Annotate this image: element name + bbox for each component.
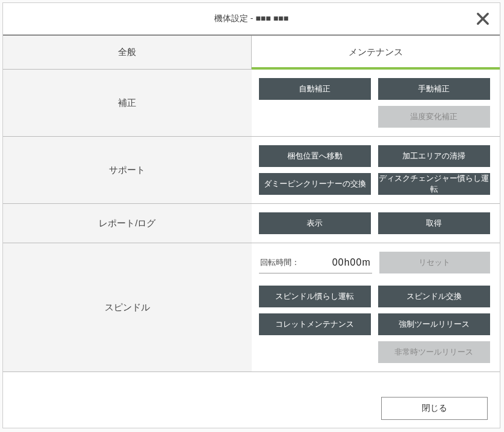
move-to-pack-button[interactable]: 梱包位置へ移動 (259, 145, 371, 167)
collet-maintenance-button[interactable]: コレットメンテナンス (259, 313, 371, 335)
section-spindle-label: スピンドル (3, 243, 252, 371)
manual-correction-button[interactable]: 手動補正 (378, 78, 490, 100)
tab-bar: 全般 メンテナンス (3, 36, 500, 70)
settings-dialog: 機体設定 - ■■■ ■■■ 全般 メンテナンス 補正 自動補正 手動補正 温度… (2, 2, 500, 428)
spindle-time-display: 回転時間： 00h00m (259, 252, 372, 273)
tab-general-label: 全般 (118, 47, 136, 58)
section-spindle-body: 回転時間： 00h00m リセット スピンドル慣らし運転 スピンドル交換 コレッ… (252, 243, 500, 371)
disc-changer-runin-button[interactable]: ディスクチェンジャー慣らし運転 (378, 173, 490, 195)
auto-correction-button[interactable]: 自動補正 (259, 78, 371, 100)
report-get-button[interactable]: 取得 (378, 212, 490, 234)
close-button[interactable]: 閉じる (381, 397, 488, 420)
spindle-runin-button[interactable]: スピンドル慣らし運転 (259, 286, 371, 307)
dialog-footer: 閉じる (3, 389, 500, 428)
section-support-label: サポート (3, 137, 252, 203)
section-spindle: スピンドル 回転時間： 00h00m リセット スピンドル慣らし運転 スピンドル… (3, 243, 500, 372)
tab-maintenance[interactable]: メンテナンス (252, 36, 500, 69)
spindle-time-value: 00h00m (332, 257, 371, 268)
spindle-reset-button: リセット (379, 252, 490, 273)
section-correction: 補正 自動補正 手動補正 温度変化補正 (3, 70, 500, 137)
emergency-tool-release-button: 非常時ツールリリース (378, 341, 490, 363)
section-report-label: レポート/ログ (3, 204, 252, 243)
spindle-exchange-button[interactable]: スピンドル交換 (378, 286, 490, 307)
force-tool-release-button[interactable]: 強制ツールリリース (378, 313, 490, 335)
spindle-time-label: 回転時間： (260, 257, 299, 268)
section-support: サポート 梱包位置へ移動 加工エリアの清掃 ダミーピンクリーナーの交換 ディスク… (3, 137, 500, 204)
dialog-header: 機体設定 - ■■■ ■■■ (3, 3, 500, 36)
tab-maintenance-label: メンテナンス (349, 47, 403, 58)
report-show-button[interactable]: 表示 (259, 212, 371, 234)
close-icon[interactable] (474, 10, 491, 27)
section-correction-label: 補正 (3, 70, 252, 136)
section-report: レポート/ログ 表示 取得 (3, 204, 500, 243)
temp-correction-button: 温度変化補正 (378, 106, 490, 128)
section-report-body: 表示 取得 (252, 204, 500, 243)
dummy-pin-cleaner-button[interactable]: ダミーピンクリーナーの交換 (259, 173, 371, 195)
section-support-body: 梱包位置へ移動 加工エリアの清掃 ダミーピンクリーナーの交換 ディスクチェンジャ… (252, 137, 500, 203)
dialog-title: 機体設定 - ■■■ ■■■ (214, 13, 289, 24)
tab-general[interactable]: 全般 (3, 36, 252, 69)
content-area: 補正 自動補正 手動補正 温度変化補正 サポート 梱包位置へ移動 加工エリアの清… (3, 70, 500, 389)
section-correction-body: 自動補正 手動補正 温度変化補正 (252, 70, 500, 136)
clean-area-button[interactable]: 加工エリアの清掃 (378, 145, 490, 167)
